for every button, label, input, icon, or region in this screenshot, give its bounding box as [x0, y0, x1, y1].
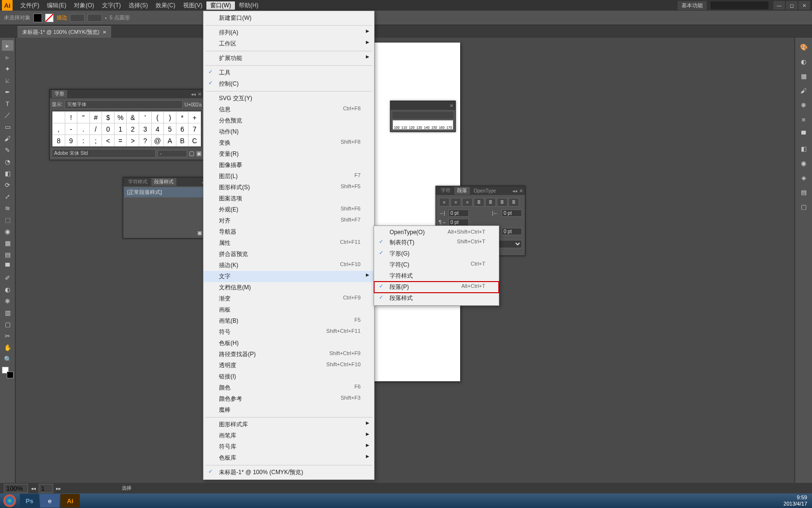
menu-item[interactable]: 信息Ctrl+F8: [203, 104, 374, 115]
hand-tool[interactable]: ✋: [2, 342, 14, 353]
menu-item[interactable]: ✓控制(C): [203, 78, 374, 90]
glyph-cell[interactable]: ": [77, 112, 90, 123]
align-center-button[interactable]: ≡: [450, 198, 461, 207]
taskbar-ie[interactable]: e: [40, 494, 59, 508]
menu-item[interactable]: 颜色F6: [203, 382, 374, 393]
pen-tool[interactable]: ✒: [2, 87, 14, 97]
stroke-color[interactable]: [7, 372, 14, 378]
zoom-tool[interactable]: 🔍: [2, 354, 14, 364]
document-tab[interactable]: 未标题-1* @ 100% (CMYK/预览) ✕: [17, 26, 111, 38]
menu-item[interactable]: 扩展功能▶: [203, 53, 374, 64]
tabs-ruler-panel[interactable]: ✕ 100110120130140150160170: [390, 101, 456, 132]
menu-item[interactable]: 变换Shift+F8: [203, 137, 374, 149]
menu-item[interactable]: 动作(N): [203, 126, 374, 137]
eraser-tool[interactable]: ◧: [2, 168, 14, 179]
color-guide-icon[interactable]: ◐: [798, 56, 810, 67]
align-left-button[interactable]: ≡: [439, 198, 450, 207]
glyph-cell[interactable]: ?: [139, 135, 152, 147]
menu-窗口(W)[interactable]: 窗口(W): [206, 1, 235, 10]
justify-left-button[interactable]: ≣: [474, 198, 484, 207]
glyph-cell[interactable]: -: [65, 123, 77, 135]
menu-item[interactable]: 图形样式库▶: [203, 419, 374, 430]
menu-item[interactable]: 分色预览: [203, 115, 374, 126]
glyph-cell[interactable]: 9: [65, 135, 77, 147]
mesh-tool[interactable]: ▤: [2, 249, 14, 260]
menu-item[interactable]: 色板库▶: [203, 452, 374, 463]
pencil-tool[interactable]: ✎: [2, 145, 14, 155]
artboards-icon[interactable]: ▢: [798, 201, 810, 212]
graphic-styles-icon[interactable]: ◈: [798, 172, 810, 183]
free-transform-tool[interactable]: ⬚: [2, 214, 14, 225]
menu-item[interactable]: 对齐Shift+F7: [203, 215, 374, 226]
brushes-icon[interactable]: 🖌: [798, 85, 810, 96]
menu-item[interactable]: ✓未标题-1* @ 100% (CMYK/预览): [203, 467, 374, 478]
graph-tool[interactable]: ▥: [2, 307, 14, 318]
close-tab-icon[interactable]: ✕: [102, 30, 106, 35]
menu-item[interactable]: SVG 交互(Y): [203, 93, 374, 104]
submenu-item[interactable]: OpenType(O)Alt+Shift+Ctrl+T: [374, 227, 499, 237]
glyph-cell[interactable]: ): [164, 112, 176, 123]
menu-item[interactable]: 工作区▶: [203, 38, 374, 49]
zoom-input[interactable]: [4, 484, 28, 493]
menu-item[interactable]: 新建窗口(W): [203, 13, 374, 24]
menu-选择(S)[interactable]: 选择(S): [125, 1, 152, 10]
glyph-cell[interactable]: A: [164, 135, 176, 147]
submenu-item[interactable]: 字符(C)Ctrl+T: [374, 259, 499, 270]
menu-效果(C)[interactable]: 效果(C): [152, 1, 179, 10]
rotate-tool[interactable]: ⟳: [2, 179, 14, 190]
glyphs-tab[interactable]: 字形: [52, 90, 67, 98]
glyphs-mode-select[interactable]: 完整字体: [65, 100, 183, 109]
transparency-icon[interactable]: ◧: [798, 143, 810, 154]
glyph-cell[interactable]: 2: [127, 123, 139, 135]
align-right-button[interactable]: ≡: [462, 198, 473, 207]
menu-item[interactable]: 透明度Shift+Ctrl+F10: [203, 360, 374, 371]
opentype-tab[interactable]: OpenType: [471, 188, 499, 194]
space-after-input[interactable]: [502, 228, 522, 235]
menu-item[interactable]: 属性Ctrl+F11: [203, 238, 374, 249]
stroke-width-dropdown[interactable]: [87, 14, 102, 22]
blob-brush-tool[interactable]: ◔: [2, 156, 14, 167]
line-tool[interactable]: ／: [2, 110, 14, 120]
menu-item[interactable]: 拼合器预览: [203, 249, 374, 260]
panel-close-icon[interactable]: ✕: [450, 103, 453, 108]
gradient-panel-icon[interactable]: ▀: [798, 128, 810, 140]
artboard-tool[interactable]: ▢: [2, 319, 14, 329]
paragraph-tab[interactable]: 段落: [454, 187, 470, 194]
glyph-cell[interactable]: 4: [151, 123, 164, 135]
glyph-cell[interactable]: $: [102, 112, 115, 123]
color-panel-icon[interactable]: 🎨: [798, 41, 810, 53]
menu-item[interactable]: 图形样式(S)Shift+F5: [203, 182, 374, 193]
menu-item[interactable]: 符号库▶: [203, 441, 374, 452]
char-styles-tab[interactable]: 字符样式: [125, 178, 150, 186]
menu-文字(T)[interactable]: 文字(T): [98, 1, 125, 10]
stroke-panel-icon[interactable]: ≡: [798, 114, 810, 125]
menu-item[interactable]: 画笔库▶: [203, 430, 374, 441]
fill-swatch[interactable]: [33, 14, 42, 22]
first-line-indent-input[interactable]: [449, 219, 469, 226]
glyph-cell[interactable]: /: [89, 123, 102, 135]
menu-item[interactable]: 图像描摹: [203, 160, 374, 171]
color-controls[interactable]: [2, 367, 14, 378]
glyph-cell[interactable]: +: [188, 112, 201, 123]
glyph-cell[interactable]: 8: [53, 135, 65, 147]
menu-item[interactable]: 符号Shift+Ctrl+F11: [203, 327, 374, 338]
shape-builder-tool[interactable]: ◉: [2, 226, 14, 237]
glyph-cell[interactable]: #: [89, 112, 102, 123]
taskbar-illustrator[interactable]: Ai: [60, 494, 80, 508]
panel-collapse-icon[interactable]: ◂◂: [512, 188, 517, 194]
menu-item[interactable]: 外观(E)Shift+F6: [203, 204, 374, 215]
submenu-item[interactable]: ✓段落样式: [374, 293, 499, 304]
menu-item[interactable]: 导航器: [203, 226, 374, 238]
workspace-switcher[interactable]: 基本功能: [678, 1, 707, 10]
glyph-cell[interactable]: ': [139, 112, 152, 123]
glyph-cell[interactable]: C: [188, 135, 201, 147]
submenu-item[interactable]: ✓字形(G): [374, 248, 499, 259]
menu-item[interactable]: 图层(L)F7: [203, 171, 374, 182]
zoom-in-icon[interactable]: ▣: [196, 150, 202, 157]
menu-item[interactable]: 路径查找器(P)Shift+Ctrl+F9: [203, 349, 374, 360]
glyph-cell[interactable]: *: [176, 112, 188, 123]
justify-right-button[interactable]: ≣: [497, 198, 508, 207]
menu-item[interactable]: 文档信息(M): [203, 282, 374, 293]
system-clock[interactable]: 9:59 2013/4/17: [779, 494, 812, 507]
glyphs-font-select[interactable]: Adobe 宋体 Std: [52, 149, 156, 158]
